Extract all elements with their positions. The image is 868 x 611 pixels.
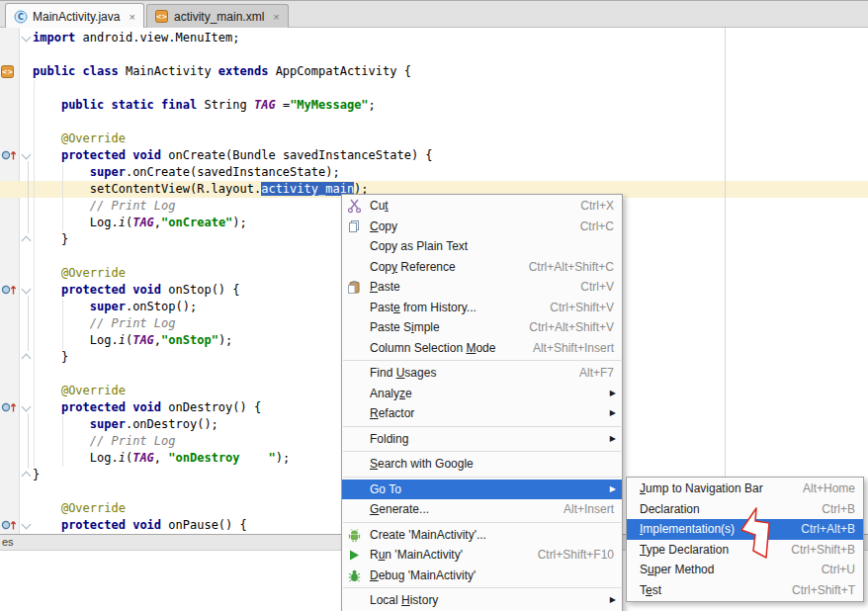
menu-item-copy[interactable]: CopyCtrl+C — [342, 217, 622, 237]
menu-item-shortcut: Ctrl+Shift+T — [792, 583, 855, 597]
menu-item-shortcut: Ctrl+Alt+Shift+C — [529, 260, 614, 274]
menu-item-shortcut: Alt+Shift+Insert — [533, 341, 614, 355]
code-line[interactable]: Log.i(TAG, "onDestroy "); — [33, 450, 290, 467]
menu-item-label: Local History — [370, 593, 438, 607]
code-segment: android.view.MenuItem; — [83, 31, 240, 44]
menu-item-analyze[interactable]: Analyze▶ — [342, 384, 622, 404]
code-segment: i — [119, 216, 126, 229]
code-line[interactable]: } — [33, 349, 68, 366]
menu-item-cut[interactable]: CutCtrl+X — [342, 196, 622, 217]
indent-guide — [62, 164, 63, 231]
code-segment: protected void — [61, 518, 168, 532]
fold-collapse-icon[interactable] — [22, 150, 32, 160]
code-line[interactable]: public class MainActivity extends AppCom… — [33, 63, 411, 80]
code-segment: MainActivity — [126, 64, 218, 78]
code-line[interactable]: super.onDestroy(); — [33, 416, 218, 433]
fold-region-line — [28, 161, 29, 233]
tool-window-label: es — [2, 536, 14, 548]
code-line[interactable]: super.onStop(); — [33, 299, 197, 315]
code-line[interactable]: Log.i(TAG,"onCreate"); — [33, 215, 247, 231]
code-line[interactable]: protected void onPause() { — [33, 517, 247, 534]
menu-item-shortcut: Ctrl+Shift+F10 — [538, 548, 614, 562]
code-line[interactable]: // Print Log — [33, 315, 176, 332]
menu-item-shortcut: Alt+F7 — [579, 366, 614, 380]
menu-item-go-to[interactable]: Go To▶ — [342, 480, 622, 500]
code-line[interactable]: import android.view.MenuItem; — [33, 30, 240, 46]
fold-collapse-icon[interactable] — [22, 354, 32, 364]
menu-item-create-mainactivity[interactable]: Create 'MainActivity'... — [342, 525, 622, 546]
android-class-gutter-icon[interactable]: <> — [1, 65, 14, 78]
code-line[interactable]: protected void onDestroy() { — [33, 399, 261, 416]
code-segment — [33, 518, 61, 532]
overrides-method-icon[interactable] — [1, 148, 18, 162]
fold-collapse-icon[interactable] — [22, 236, 32, 246]
tab-activity_main.xml[interactable]: <>activity_main.xml× — [146, 4, 289, 29]
menu-item-folding[interactable]: Folding▶ — [342, 429, 622, 450]
code-segment: i — [119, 451, 126, 465]
code-segment: .onStop(); — [126, 300, 197, 313]
fold-collapse-icon[interactable] — [22, 402, 32, 412]
code-segment: Log. — [33, 216, 119, 229]
fold-collapse-icon[interactable] — [22, 285, 32, 295]
code-segment: i — [119, 333, 126, 347]
indent-guide — [62, 416, 63, 467]
indent-guide — [34, 80, 35, 467]
menu-item-run-mainactivity[interactable]: Run 'MainActivity'Ctrl+Shift+F10 — [342, 545, 622, 566]
code-line[interactable]: @Override — [33, 383, 126, 399]
code-line[interactable]: @Override — [33, 131, 126, 147]
menu-item-search-with-google[interactable]: Search with Google — [342, 454, 622, 475]
code-line[interactable]: public static final String TAG ="MyMessa… — [33, 97, 376, 114]
fold-collapse-icon[interactable] — [22, 472, 32, 481]
code-segment: onPause() { — [168, 518, 246, 532]
menu-item-label: Paste from History... — [370, 301, 477, 314]
code-segment — [33, 400, 61, 414]
fold-collapse-icon[interactable] — [22, 520, 32, 530]
menu-item-column-selection-mode[interactable]: Column Selection ModeAlt+Shift+Insert — [342, 338, 622, 359]
overrides-method-icon[interactable] — [1, 518, 18, 532]
editor-context-menu: CutCtrl+XCopyCtrl+CCopy as Plain TextCop… — [341, 194, 623, 611]
overrides-method-icon[interactable] — [1, 283, 18, 297]
code-line[interactable]: } — [33, 231, 68, 248]
tab-close-icon[interactable]: × — [129, 11, 134, 23]
menu-item-local-history[interactable]: Local History▶ — [342, 590, 622, 611]
overrides-method-icon[interactable] — [1, 400, 18, 414]
code-segment — [33, 501, 61, 515]
code-segment — [33, 417, 90, 431]
menu-item-debug-mainactivity[interactable]: Debug 'MainActivity' — [342, 566, 622, 586]
copy-icon — [347, 219, 362, 234]
menu-separator — [343, 587, 621, 588]
menu-item-super-method[interactable]: Super MethodCtrl+U — [627, 560, 863, 580]
menu-item-find-usages[interactable]: Find UsagesAlt+F7 — [342, 363, 622, 384]
menu-item-paste-from-history[interactable]: Paste from History...Ctrl+Shift+V — [342, 298, 622, 318]
tab-close-icon[interactable]: × — [273, 11, 279, 23]
code-line[interactable]: setContentView(R.layout.activity_main); — [33, 181, 369, 198]
code-segment: onCreate(Bundle savedInstanceState) { — [168, 148, 432, 162]
paste-icon — [347, 280, 362, 295]
code-line[interactable]: // Print Log — [33, 198, 176, 215]
debug-icon — [347, 568, 362, 583]
submenu-arrow-icon: ▶ — [610, 435, 616, 443]
menu-item-copy-reference[interactable]: Copy ReferenceCtrl+Alt+Shift+C — [342, 257, 622, 278]
code-line[interactable]: @Override — [33, 265, 126, 282]
menu-item-refactor[interactable]: Refactor▶ — [342, 403, 622, 424]
menu-item-jump-to-navigation-bar[interactable]: Jump to Navigation BarAlt+Home — [627, 479, 863, 499]
code-line[interactable]: } — [33, 467, 40, 483]
code-line[interactable]: protected void onStop() { — [33, 282, 240, 299]
tab-MainActivity.java[interactable]: CMainActivity.java× — [5, 3, 144, 29]
code-segment: "onDestroy " — [168, 451, 275, 465]
menu-item-generate[interactable]: Generate...Alt+Insert — [342, 499, 622, 520]
menu-item-paste[interactable]: PasteCtrl+V — [342, 277, 622, 298]
fold-collapse-icon[interactable] — [22, 33, 32, 43]
code-line[interactable]: // Print Log — [33, 433, 176, 450]
code-segment: // Print Log — [90, 434, 176, 448]
code-line[interactable]: super.onCreate(savedInstanceState); — [33, 164, 340, 181]
code-line[interactable]: protected void onCreate(Bundle savedInst… — [33, 147, 433, 164]
code-segment — [33, 131, 61, 145]
code-segment — [33, 300, 90, 313]
menu-item-label: Copy Reference — [370, 260, 456, 274]
menu-item-paste-simple[interactable]: Paste SimpleCtrl+Alt+Shift+V — [342, 317, 622, 338]
code-line[interactable]: @Override — [33, 500, 126, 517]
code-segment: // Print Log — [90, 316, 176, 330]
menu-item-copy-as-plain-text[interactable]: Copy as Plain Text — [342, 236, 622, 257]
menu-item-test[interactable]: TestCtrl+Shift+T — [627, 580, 863, 601]
